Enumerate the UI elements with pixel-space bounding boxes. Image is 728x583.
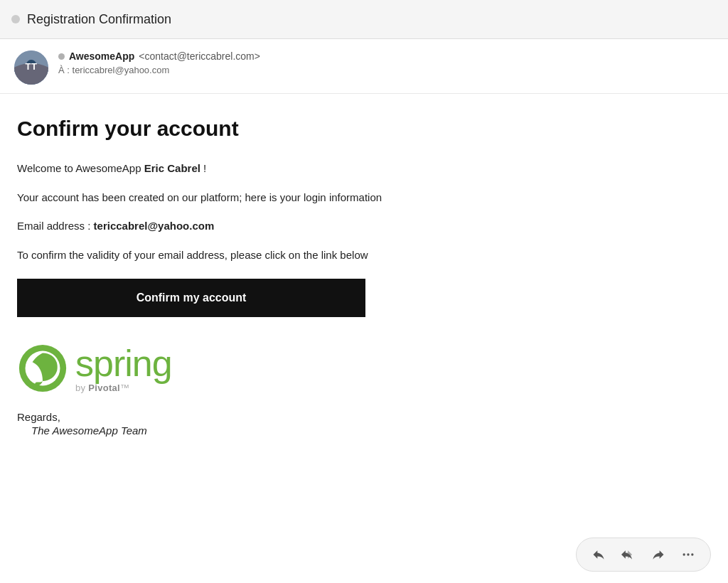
by-pivotal-text: by Pivotal™	[75, 383, 172, 392]
svg-point-7	[683, 553, 685, 555]
action-buttons-group	[576, 537, 711, 572]
regards-section: Regards, The AwesomeApp Team	[17, 411, 711, 437]
reply-button[interactable]	[587, 542, 611, 567]
email-subject-title: Registration Confirmation	[27, 12, 171, 27]
reply-icon	[592, 547, 606, 562]
spring-leaf-icon	[17, 343, 68, 394]
email-body: Confirm your account Welcome to AwesomeA…	[0, 94, 728, 526]
spring-text-group: spring by Pivotal™	[75, 345, 172, 392]
avatar: TT	[14, 50, 48, 85]
recipient-email: tericcabrel@yahoo.com	[73, 65, 170, 75]
sender-email-address: <contact@tericcabrel.com>	[139, 50, 260, 62]
sender-name-row: AwesomeApp <contact@tericcabrel.com>	[58, 50, 714, 62]
confirm-account-button[interactable]: Confirm my account	[17, 279, 365, 317]
welcome-text-prefix: Welcome to AwesomeApp	[17, 162, 144, 174]
sender-name: AwesomeApp	[69, 50, 134, 62]
user-email: tericcabrel@yahoo.com	[94, 220, 215, 232]
forward-button[interactable]	[646, 542, 670, 567]
regards-team: The AwesomeApp Team	[17, 424, 711, 437]
email-label: Email address :	[17, 220, 94, 232]
email-heading: Confirm your account	[17, 117, 711, 141]
title-bar: Registration Confirmation	[0, 0, 728, 39]
more-icon	[681, 547, 695, 562]
title-bar-dot	[11, 15, 20, 23]
sender-details: AwesomeApp <contact@tericcabrel.com> À :…	[58, 50, 714, 75]
recipient-row: À : tericcabrel@yahoo.com	[58, 65, 714, 75]
email-address-paragraph: Email address : tericcabrel@yahoo.com	[17, 218, 711, 235]
spring-wordmark: spring	[75, 345, 172, 382]
welcome-text-suffix: !	[200, 162, 206, 174]
more-button[interactable]	[676, 542, 700, 567]
pivotal-brand: Pivotal	[88, 383, 120, 393]
email-client: Registration Confirmation T	[0, 0, 728, 583]
svg-point-8	[687, 553, 689, 555]
account-created-paragraph: Your account has been created on our pla…	[17, 190, 711, 206]
online-status-dot	[58, 53, 65, 60]
svg-point-9	[691, 553, 693, 555]
spring-logo: spring by Pivotal™	[17, 343, 711, 394]
bottom-toolbar	[0, 526, 728, 583]
sender-bar: TT AwesomeApp <contact@tericcabrel.com> …	[0, 39, 728, 94]
user-name: Eric Cabrel	[144, 162, 200, 174]
avatar-initials: TT	[26, 61, 38, 72]
confirm-instruction-paragraph: To confirm the validity of your email ad…	[17, 247, 711, 264]
regards-line: Regards,	[17, 411, 711, 423]
reply-all-icon	[621, 547, 636, 562]
email-area: TT AwesomeApp <contact@tericcabrel.com> …	[0, 39, 728, 583]
reply-all-button[interactable]	[616, 542, 641, 567]
welcome-paragraph: Welcome to AwesomeApp Eric Cabrel !	[17, 161, 711, 177]
svg-rect-1	[14, 70, 48, 85]
forward-icon	[651, 547, 665, 562]
